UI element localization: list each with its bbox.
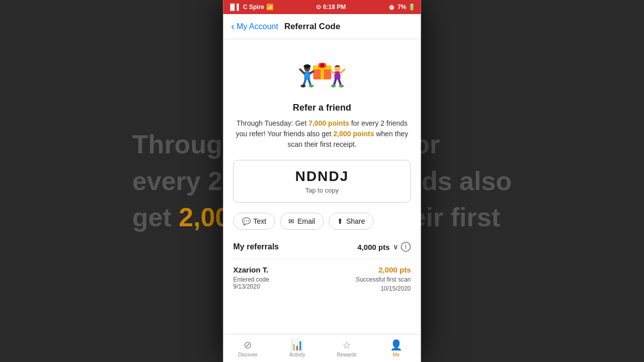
svg-line-9 (300, 69, 304, 73)
back-chevron-icon: ‹ (231, 21, 235, 32)
highlight-points-2: 2,000 points (334, 130, 374, 138)
desc-before: Through Tuesday: Get (236, 119, 308, 127)
svg-point-13 (300, 84, 305, 87)
referral-user-name: Xzarion T. (233, 265, 269, 274)
highlight-points-1: 7,000 points (308, 119, 349, 127)
text-label: Text (254, 217, 267, 225)
tab-activity[interactable]: 📊 Activity (273, 339, 322, 357)
rewards-label: Rewards (337, 352, 356, 357)
referral-entered-label: Entered code (233, 276, 269, 283)
text-share-button[interactable]: 💬 Text (233, 213, 275, 230)
illustration (233, 49, 411, 95)
wifi-icon: 📶 (266, 4, 274, 11)
referrals-header: My referrals 4,000 pts ∨ i (233, 242, 411, 252)
activity-icon: 📊 (291, 339, 303, 351)
status-right: ⏰ 7% 🔋 (388, 4, 416, 11)
discover-icon: ⊘ (244, 339, 252, 351)
share-icon: ⬆ (337, 217, 343, 225)
email-share-button[interactable]: ✉ Email (280, 213, 324, 230)
referral-entered-date: 9/13/2020 (233, 283, 269, 290)
back-button[interactable]: ‹ My Account (231, 21, 278, 32)
tab-bar: ⊘ Discover 📊 Activity ☆ Rewards 👤 Me (223, 334, 421, 362)
rewards-icon: ☆ (342, 339, 351, 351)
share-label: Share (346, 217, 365, 225)
phone-frame: ▐▌▌ C Spire 📶 ⊙ 6:18 PM ⏰ 7% 🔋 ‹ My Acco… (223, 0, 421, 362)
referral-item: Xzarion T. Entered code 9/13/2020 2,000 … (233, 259, 411, 298)
signal-bars: ▐▌▌ (228, 4, 242, 11)
referral-item-left: Xzarion T. Entered code 9/13/2020 (233, 265, 269, 290)
referrals-total-points: 4,000 pts (357, 243, 389, 251)
tab-discover[interactable]: ⊘ Discover (223, 339, 273, 357)
svg-point-7 (303, 64, 310, 68)
refer-title: Refer a friend (233, 103, 411, 113)
referrals-title: My referrals (233, 242, 279, 251)
share-button[interactable]: ⬆ Share (329, 213, 373, 230)
page-title: Referral Code (284, 22, 340, 32)
alarm-icon: ⏰ (388, 4, 395, 11)
tab-rewards[interactable]: ☆ Rewards (322, 339, 371, 357)
tab-me[interactable]: 👤 Me (371, 339, 421, 357)
referral-scan-label: Successful first scan (356, 276, 411, 283)
email-icon: ✉ (288, 217, 294, 225)
me-icon: 👤 (390, 339, 403, 351)
referral-code-box[interactable]: NDNDJ Tap to copy (233, 160, 411, 203)
discover-label: Discover (238, 352, 258, 357)
battery-icon: 🔋 (408, 4, 416, 11)
svg-line-17 (331, 71, 334, 73)
status-bar: ▐▌▌ C Spire 📶 ⊙ 6:18 PM ⏰ 7% 🔋 (223, 0, 421, 14)
nav-header: ‹ My Account Referral Code (223, 14, 421, 39)
time-display: 6:18 PM (323, 4, 346, 11)
location-icon: ⊙ (316, 4, 321, 11)
email-label: Email (297, 217, 315, 225)
svg-point-5 (320, 63, 324, 67)
referral-code: NDNDJ (242, 168, 403, 185)
status-center: ⊙ 6:18 PM (316, 4, 346, 11)
svg-rect-8 (304, 71, 310, 79)
refer-description: Through Tuesday: Get 7,000 points for ev… (233, 118, 411, 150)
tap-to-copy-label: Tap to copy (242, 187, 403, 194)
svg-rect-16 (334, 71, 340, 79)
chevron-down-icon[interactable]: ∨ (393, 243, 398, 251)
share-buttons-container: 💬 Text ✉ Email ⬆ Share (233, 213, 411, 230)
me-label: Me (392, 352, 399, 357)
svg-point-21 (331, 84, 336, 87)
back-label: My Account (236, 22, 278, 31)
svg-point-14 (308, 84, 313, 87)
text-icon: 💬 (242, 217, 251, 225)
battery-percent: 7% (397, 4, 406, 11)
referral-item-right: 2,000 pts Successful first scan 10/15/20… (356, 265, 411, 292)
svg-line-10 (310, 71, 313, 73)
main-content: Refer a friend Through Tuesday: Get 7,00… (223, 39, 421, 334)
referral-scan-date: 10/15/2020 (356, 285, 411, 292)
info-icon[interactable]: i (401, 242, 411, 252)
referral-earned-points: 2,000 pts (356, 265, 411, 274)
status-left: ▐▌▌ C Spire 📶 (228, 4, 274, 11)
referral-illustration (292, 49, 352, 95)
svg-line-18 (340, 69, 344, 73)
carrier-name: C Spire (243, 4, 264, 11)
referrals-points-container: 4,000 pts ∨ i (357, 242, 411, 252)
svg-point-22 (339, 84, 344, 87)
activity-label: Activity (289, 352, 305, 357)
